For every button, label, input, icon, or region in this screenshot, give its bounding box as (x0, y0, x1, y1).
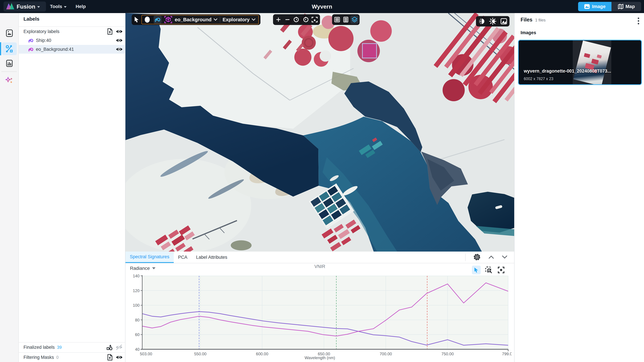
tab-label-attributes[interactable]: Label Attributes (192, 252, 232, 263)
eye-off-icon[interactable] (116, 345, 123, 350)
map-viewport[interactable]: eo_Background Exploratory (126, 13, 514, 252)
label-annotation-rect[interactable] (362, 43, 376, 58)
freehand-tool-button[interactable] (154, 15, 162, 24)
left-icon-strip (0, 13, 19, 362)
divider (19, 26, 126, 27)
zoom-out-button[interactable] (284, 15, 292, 24)
invert-image-button[interactable] (500, 17, 508, 25)
active-class-dropdown[interactable]: eo_Background (175, 17, 218, 22)
menu-tools[interactable]: Tools (50, 4, 66, 9)
divider (465, 254, 466, 261)
svg-text:120: 120 (133, 289, 140, 293)
image-view-button[interactable]: Image (578, 2, 612, 11)
layers-view-button[interactable] (350, 15, 358, 24)
rotate-ccw-icon (294, 16, 300, 23)
sidebar-item-ai-tools[interactable] (2, 74, 17, 87)
label-item-background[interactable]: eo_Background:41 (19, 45, 125, 54)
scribble-icon (28, 38, 34, 43)
sun-moon-icon (489, 18, 496, 25)
shapes-icon[interactable] (106, 344, 113, 351)
zoom-area-icon (485, 267, 492, 274)
tab-spectral-signatures[interactable]: Spectral Signatures (126, 252, 174, 263)
labels-panel-title: Labels (24, 16, 40, 22)
divider (1, 71, 17, 72)
files-menu-button[interactable] (637, 17, 640, 25)
chevron-down-icon (37, 6, 40, 8)
statistics-icon (6, 59, 13, 67)
svg-text:60: 60 (135, 332, 140, 337)
label-group-exploratory[interactable]: Exploratory labels (19, 27, 125, 36)
eye-icon[interactable] (116, 355, 123, 360)
map-view-toolbar (332, 14, 360, 25)
layers-icon (351, 16, 358, 23)
satellite-image (126, 13, 514, 252)
fusion-logo-icon (6, 2, 14, 11)
image-icon (584, 4, 590, 9)
rotate-cw-icon (302, 16, 308, 23)
files-panel: Files 1 files Images wyvern_dragonette-0… (514, 13, 644, 362)
import-file-icon[interactable] (107, 28, 113, 35)
map-toolbar: eo_Background Exploratory (132, 14, 260, 25)
finalized-labels-row[interactable]: Finalized labels 39 (19, 343, 125, 352)
svg-text:140: 140 (133, 274, 140, 278)
chart-zoom-area-tool[interactable] (484, 266, 493, 274)
label-set-dropdown[interactable]: Exploratory (222, 17, 256, 22)
menu-help[interactable]: Help (76, 4, 86, 9)
columns-view-button[interactable] (333, 15, 341, 24)
brand-menu[interactable]: Fusion (4, 1, 46, 11)
chart-title: VNIR (126, 264, 514, 269)
image-file-card[interactable]: wyvern_dragonette-001_20240808T073... 60… (518, 40, 642, 85)
files-panel-title: Files (520, 17, 532, 23)
import-file-icon[interactable] (107, 354, 113, 361)
chart-settings-button[interactable] (473, 253, 481, 261)
focus-dot-icon (498, 267, 504, 273)
chevron-down-icon (252, 18, 256, 21)
x-axis-label: Wavelength (nm) (126, 356, 514, 360)
divider (220, 16, 220, 23)
eye-icon[interactable] (116, 29, 123, 34)
spectral-chart[interactable]: 406080100120140503.00550.00600.00650.007… (128, 274, 512, 362)
rotate-cw-button[interactable] (302, 15, 310, 24)
rows-view-button[interactable] (342, 15, 350, 24)
plus-icon (276, 17, 281, 22)
chart-tab-bar: Spectral Signatures PCA Label Attributes (126, 252, 514, 263)
recenter-button[interactable] (310, 15, 319, 24)
masks-count: 0 (56, 355, 59, 360)
chevron-down-icon (64, 6, 66, 8)
map-icon (618, 4, 624, 9)
cursor-icon (474, 267, 479, 273)
brightness-button[interactable] (489, 17, 497, 25)
panel-expand-button[interactable] (488, 255, 494, 260)
rotate-ccw-button[interactable] (292, 15, 300, 24)
map-view-button[interactable]: Map (612, 2, 641, 11)
file-dimensions: 6002 x 7827 x 23 (524, 77, 553, 81)
chart-recenter-tool[interactable] (497, 266, 506, 274)
svg-text:40: 40 (135, 347, 140, 352)
ellipse-tool-button[interactable] (143, 15, 151, 24)
columns-icon (334, 17, 340, 22)
zoom-in-button[interactable] (274, 15, 282, 24)
tonality-button[interactable] (478, 17, 486, 25)
eye-icon[interactable] (116, 38, 123, 43)
label-item-ship[interactable]: Ship:40 (19, 36, 125, 45)
sidebar-item-images[interactable] (2, 27, 17, 39)
spectral-panel: Spectral Signatures PCA Label Attributes (126, 252, 514, 362)
eye-icon[interactable] (116, 47, 123, 52)
tab-pca[interactable]: PCA (174, 252, 192, 263)
panel-collapse-button[interactable] (502, 255, 508, 260)
filtering-masks-row[interactable]: Filtering Masks 0 (19, 353, 125, 362)
labels-panel: Labels Exploratory labels (19, 13, 126, 362)
view-toggle: Image Map (578, 2, 641, 11)
chart-select-tool[interactable] (472, 266, 481, 274)
gallery-icon (6, 29, 13, 37)
files-count: 1 files (535, 18, 546, 22)
active-indicator (0, 42, 1, 55)
chevron-up-icon (488, 255, 494, 259)
sidebar-item-statistics[interactable] (2, 57, 17, 70)
sidebar-item-labeling[interactable] (2, 42, 17, 55)
sparkles-icon (5, 76, 14, 85)
rows-icon (343, 17, 348, 22)
focus-icon (312, 16, 318, 23)
select-tool-button[interactable] (133, 15, 141, 24)
image-invert-icon (500, 18, 507, 24)
